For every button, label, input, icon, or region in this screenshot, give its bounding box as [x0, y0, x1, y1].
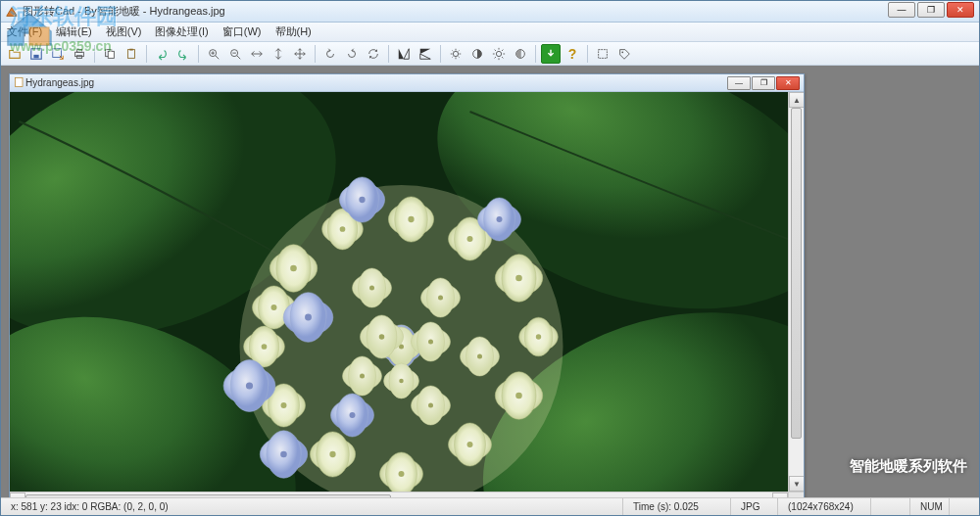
- toolbar-separator: [146, 45, 147, 63]
- scroll-left-button[interactable]: ◀: [10, 493, 25, 497]
- flip-h-icon[interactable]: [394, 44, 414, 64]
- zoom1-icon[interactable]: [269, 44, 288, 64]
- status-dimensions: (1024x768x24): [778, 498, 871, 515]
- print-icon[interactable]: [70, 44, 89, 64]
- open-icon[interactable]: [5, 44, 24, 64]
- contrast-icon[interactable]: [467, 44, 487, 64]
- watermark-bottom: 智能地暖系列软件: [850, 457, 967, 476]
- toolbar-separator: [388, 45, 389, 63]
- menu-file[interactable]: 文件(F): [7, 24, 42, 39]
- svg-rect-18: [16, 77, 24, 86]
- image-container: ▲ ▼: [10, 92, 804, 492]
- svg-rect-9: [129, 48, 133, 50]
- undo-icon[interactable]: [152, 44, 172, 64]
- gray-icon[interactable]: [511, 44, 530, 64]
- scroll-track-h[interactable]: [25, 493, 772, 497]
- scroll-down-button[interactable]: ▼: [789, 476, 804, 492]
- help-icon[interactable]: ?: [563, 44, 582, 64]
- svg-point-17: [621, 51, 623, 53]
- redo-icon[interactable]: [173, 44, 193, 64]
- toolbar-separator: [94, 45, 95, 63]
- flip-v-icon[interactable]: [416, 44, 435, 64]
- document-controls: — ❐ ✕: [727, 76, 800, 90]
- svg-rect-16: [599, 49, 608, 58]
- close-button[interactable]: ✕: [947, 2, 974, 18]
- brightness-icon[interactable]: [446, 44, 466, 64]
- menu-view[interactable]: 视图(V): [106, 24, 142, 39]
- status-format: JPG: [731, 498, 778, 515]
- svg-rect-7: [108, 51, 114, 58]
- main-area: Hydrangeas.jpg — ❐ ✕: [1, 66, 979, 497]
- svg-rect-8: [128, 49, 135, 58]
- tag-icon[interactable]: [614, 44, 634, 64]
- svg-rect-1: [33, 54, 38, 58]
- document-maximize-button[interactable]: ❐: [752, 76, 775, 90]
- menu-window[interactable]: 窗口(W): [222, 24, 262, 39]
- document-close-button[interactable]: ✕: [776, 76, 800, 90]
- toolbar-separator: [315, 45, 316, 63]
- status-time: Time (s): 0.025: [623, 498, 731, 515]
- hydrangea-image: [10, 92, 788, 492]
- scroll-corner: [788, 492, 804, 497]
- toolbar-separator: [587, 45, 588, 63]
- maximize-button[interactable]: ❐: [917, 2, 945, 18]
- rotate-left-icon[interactable]: [320, 44, 340, 64]
- app-window: 图形转Cad - By智能地暖 - Hydrangeas.jpg — ❐ ✕ 文…: [0, 0, 980, 516]
- window-title: 图形转Cad - By智能地暖 - Hydrangeas.jpg: [23, 4, 975, 19]
- toolbar-separator: [440, 45, 441, 63]
- zoomout-icon[interactable]: [225, 44, 245, 64]
- status-num: NUM: [910, 498, 950, 515]
- status-empty1: [871, 498, 910, 515]
- document-minimize-button[interactable]: —: [727, 76, 751, 90]
- menu-image-process[interactable]: 图像处理(I): [155, 24, 208, 39]
- minimize-button[interactable]: —: [888, 2, 915, 18]
- toolbar-separator: [535, 45, 536, 63]
- scroll-thumb-h[interactable]: [25, 494, 391, 497]
- menu-edit[interactable]: 编辑(E): [56, 24, 92, 39]
- document-titlebar: Hydrangeas.jpg — ❐ ✕: [10, 74, 804, 92]
- window-controls: — ❐ ✕: [888, 2, 974, 18]
- refresh-icon[interactable]: [364, 44, 383, 64]
- scrollbar-vertical[interactable]: ▲ ▼: [788, 92, 804, 492]
- svg-rect-4: [76, 49, 81, 52]
- image-viewport[interactable]: [10, 92, 788, 492]
- scroll-track-v[interactable]: [789, 108, 804, 476]
- menu-help[interactable]: 帮助(H): [275, 24, 312, 39]
- scroll-right-button[interactable]: ▶: [772, 493, 788, 497]
- bounds-icon[interactable]: [593, 44, 612, 64]
- saveas-icon[interactable]: [48, 44, 68, 64]
- svg-point-12: [453, 51, 458, 56]
- threshold-icon[interactable]: [489, 44, 509, 64]
- paste-icon[interactable]: [122, 44, 141, 64]
- run-icon[interactable]: [541, 44, 561, 64]
- document-icon: [14, 76, 25, 90]
- rotate-right-icon[interactable]: [342, 44, 362, 64]
- status-coords: x: 581 y: 23 idx: 0 RGBA: (0, 2, 0, 0): [1, 498, 623, 515]
- save-icon[interactable]: [26, 44, 46, 64]
- scroll-up-button[interactable]: ▲: [789, 92, 804, 108]
- scrollbar-horizontal-row: ◀ ▶: [10, 492, 804, 497]
- scroll-thumb-v[interactable]: [791, 108, 802, 439]
- document-title: Hydrangeas.jpg: [25, 77, 727, 88]
- move-icon[interactable]: [290, 44, 310, 64]
- toolbar-separator: [198, 45, 199, 63]
- scrollbar-horizontal[interactable]: ◀ ▶: [10, 492, 788, 497]
- zoomfit-icon[interactable]: [247, 44, 267, 64]
- statusbar: x: 581 y: 23 idx: 0 RGBA: (0, 2, 0, 0) T…: [1, 497, 979, 515]
- copy-icon[interactable]: [100, 44, 120, 64]
- status-empty2: [950, 498, 979, 515]
- app-icon: [5, 5, 19, 19]
- titlebar: 图形转Cad - By智能地暖 - Hydrangeas.jpg — ❐ ✕: [1, 1, 979, 23]
- menubar: 文件(F) 编辑(E) 视图(V) 图像处理(I) 窗口(W) 帮助(H): [1, 23, 979, 42]
- toolbar: ?: [1, 42, 979, 66]
- svg-point-14: [496, 51, 501, 56]
- document-window: Hydrangeas.jpg — ❐ ✕: [9, 73, 805, 497]
- zoomin-icon[interactable]: [204, 44, 223, 64]
